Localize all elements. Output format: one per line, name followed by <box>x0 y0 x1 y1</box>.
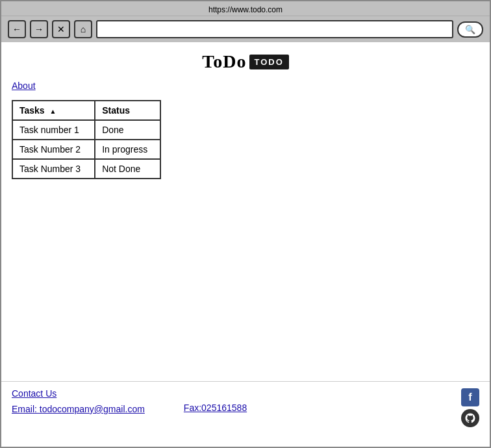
table-header-tasks[interactable]: Tasks ▲ <box>12 101 95 120</box>
fax-link[interactable]: Fax:025161588 <box>184 403 247 413</box>
table-row: Task Number 3Not Done <box>12 159 160 179</box>
sort-arrow-icon: ▲ <box>50 108 57 115</box>
footer-links-social: Contact Us Email: todocompany@gmail.com … <box>12 388 479 427</box>
task-cell: Task number 1 <box>12 120 95 140</box>
facebook-icon[interactable]: f <box>461 388 479 406</box>
url-display: https://www.todo.com <box>208 4 283 16</box>
page-footer: Contact Us Email: todocompany@gmail.com … <box>1 381 490 433</box>
back-button[interactable]: ← <box>8 20 26 38</box>
github-icon[interactable] <box>461 409 479 427</box>
forward-button[interactable]: → <box>30 20 48 38</box>
status-cell: In progress <box>95 140 160 159</box>
logo-badge: TODO <box>249 55 289 69</box>
search-button[interactable]: 🔍 <box>457 21 483 38</box>
task-cell: Task Number 3 <box>12 159 95 179</box>
footer-text-col: Contact Us Email: todocompany@gmail.com <box>12 388 145 414</box>
browser-url-bar: https://www.todo.com <box>1 1 490 16</box>
about-link[interactable]: About <box>12 81 36 91</box>
task-table: Tasks ▲ Status Task number 1DoneTask Num… <box>12 100 161 179</box>
table-row: Task Number 2In progress <box>12 140 160 159</box>
status-cell: Not Done <box>95 159 160 179</box>
browser-nav-row: ← → ✕ ⌂ 🔍 <box>1 16 490 42</box>
table-header-status: Status <box>95 101 160 120</box>
email-link[interactable]: Email: todocompany@gmail.com <box>12 404 145 414</box>
table-row: Task number 1Done <box>12 120 160 140</box>
page-content: ToDo TODO About Tasks ▲ Status Task numb… <box>1 42 490 381</box>
home-button[interactable]: ⌂ <box>74 20 92 38</box>
social-icons: f <box>461 388 479 427</box>
contact-us-link[interactable]: Contact Us <box>12 388 145 399</box>
address-bar-input[interactable] <box>96 20 453 38</box>
site-header: ToDo TODO <box>12 51 479 72</box>
task-cell: Task Number 2 <box>12 140 95 159</box>
status-cell: Done <box>95 120 160 140</box>
logo-text: ToDo <box>202 51 246 72</box>
close-button[interactable]: ✕ <box>52 20 70 38</box>
